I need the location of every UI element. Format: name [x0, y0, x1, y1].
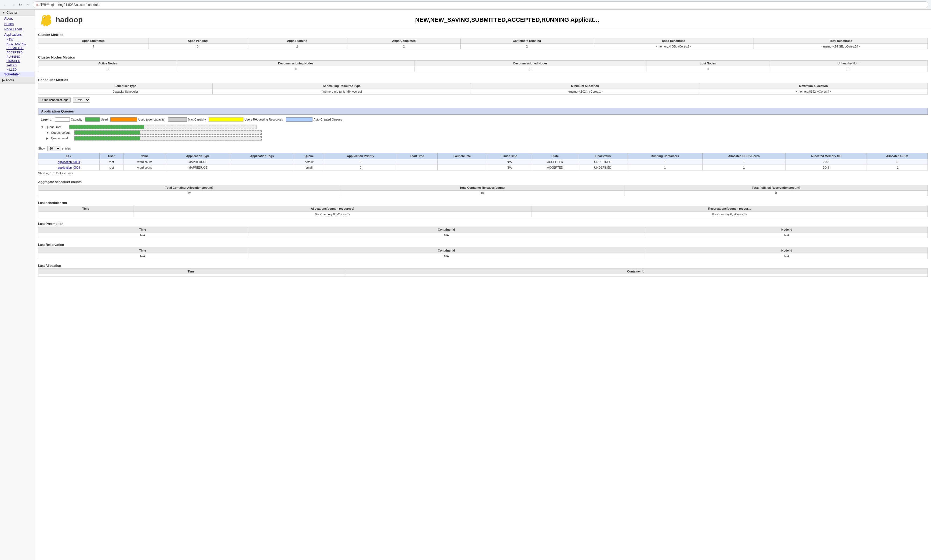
security-label: 不安全: [40, 2, 50, 7]
app-running-containers-1: 1: [627, 165, 703, 171]
tools-header[interactable]: ▶ Tools: [0, 77, 35, 83]
last-preemption-title: Last Preemption: [38, 222, 928, 226]
cluster-label: Cluster: [6, 11, 17, 14]
legend-capacity: Capacity: [55, 117, 82, 122]
val-unhealthy-nodes: 0: [769, 66, 928, 72]
val-lr-time: N/A: [38, 254, 247, 259]
val-decommissioned-nodes: 0: [414, 66, 646, 72]
val-used-resources: <memory:4 GB, vCores:2>: [593, 44, 754, 49]
sidebar-subitem-submitted[interactable]: SUBMITTED: [0, 46, 35, 50]
app-start-time-1: [397, 165, 438, 171]
col-lr-node: Node Id: [646, 248, 928, 254]
capacity-label: Capacity: [71, 118, 82, 121]
app-state-0: ACCEPTED: [532, 159, 578, 165]
reload-button[interactable]: ↻: [18, 2, 23, 8]
users-requesting-box: [209, 117, 243, 122]
sidebar-subitem-failed[interactable]: FAILED: [0, 63, 35, 68]
applications-table: ID User Name Application Type Applicatio…: [38, 153, 928, 171]
val-lr-node: N/A: [646, 254, 928, 259]
svg-rect-5: [43, 24, 45, 26]
hadoop-logo: hadoop: [39, 12, 83, 27]
cluster-header[interactable]: ▼ Cluster: [0, 10, 35, 16]
val-lost-nodes: 0: [646, 66, 769, 72]
sidebar-item-node-labels[interactable]: Node Labels: [0, 26, 35, 32]
last-reservation-title: Last Reservation: [38, 243, 928, 247]
legend-used-over: Used (over capacity): [110, 117, 165, 122]
capacity-box: [55, 117, 70, 122]
last-allocation-section: Last Allocation Time Container Id: [35, 261, 931, 279]
queue-toggle-small[interactable]: ▶: [46, 137, 49, 140]
legend-used: Used: [85, 117, 108, 122]
col-lp-time: Time: [38, 227, 247, 232]
sidebar-subitem-killed[interactable]: KILLED: [0, 68, 35, 72]
last-reservation-table: Time Container Id Node Id N/A N/A N/A: [38, 248, 928, 259]
queue-bar-used-small: [74, 136, 140, 140]
app-id-link-0003[interactable]: application_: [58, 166, 74, 169]
val-apps-running: 2: [247, 44, 348, 49]
queue-toggle-root[interactable]: ▼: [41, 125, 44, 129]
auto-created-box: [286, 117, 312, 122]
col-total-allocations: Total Container Allocations(count): [38, 185, 340, 191]
dump-logs-button[interactable]: Dump scheduler logs: [38, 97, 71, 103]
queue-bar-used-root: [69, 125, 144, 129]
sidebar-subitem-accepted[interactable]: ACCEPTED: [0, 50, 35, 54]
used-box: [85, 117, 100, 122]
val-lsr-time: [38, 212, 134, 217]
col-lp-node: Node Id: [646, 227, 928, 232]
used-over-label: Used (over capacity): [138, 118, 165, 121]
sidebar-item-about[interactable]: About: [0, 16, 35, 21]
app-header: hadoop NEW,NEW_SAVING,SUBMITTED,ACCEPTED…: [35, 10, 931, 30]
col-id[interactable]: ID: [38, 153, 100, 159]
max-cap-label: Max Capacity: [188, 118, 206, 121]
sidebar-subitem-finished[interactable]: FINISHED: [0, 59, 35, 63]
col-apps-running: Apps Running: [247, 38, 348, 44]
forward-button[interactable]: →: [10, 2, 15, 8]
hadoop-elephant-icon: [39, 12, 54, 27]
max-cap-box: [168, 117, 187, 122]
app-id-link-suffix-0004[interactable]: 0004: [74, 160, 80, 163]
app-priority-0: 0: [324, 159, 397, 165]
val-scheduling-resource-type: [memory-mb (unit=Mi), vcores]: [212, 89, 471, 94]
entries-select[interactable]: 10 20 50 100: [47, 146, 60, 151]
last-scheduler-run-table: Time Allocations(count – resources) Rese…: [38, 206, 928, 217]
app-start-time-0: [397, 159, 438, 165]
app-tags-1: [230, 165, 294, 171]
sidebar-item-scheduler[interactable]: Scheduler: [0, 72, 35, 77]
val-apps-submitted: 4: [38, 44, 148, 49]
cluster-nodes-section: Cluster Nodes Metrics Active Nodes Decom…: [35, 52, 931, 75]
val-min-allocation: <memory:1024, vCores:1>: [471, 89, 699, 94]
sidebar-subitem-new-saving[interactable]: NEW_SAVING: [0, 42, 35, 46]
table-row: application_0004 root word count MAPREDU…: [38, 159, 928, 165]
app-memory-mb-1: 2048: [785, 165, 867, 171]
app-container: ▼ Cluster About Nodes Node Labels Applic…: [0, 10, 931, 560]
app-priority-1: 0: [324, 165, 397, 171]
app-cpu-vcores-0: 1: [703, 159, 785, 165]
app-id-link-suffix-0003[interactable]: 0003: [74, 166, 80, 169]
val-total-reservations: 0: [625, 191, 928, 196]
main-content: hadoop NEW,NEW_SAVING,SUBMITTED,ACCEPTED…: [35, 10, 931, 560]
home-button[interactable]: ⌂: [25, 2, 31, 8]
sidebar-subitem-running[interactable]: RUNNING: [0, 54, 35, 59]
scheduler-metrics-table: Scheduler Type Scheduling Resource Type …: [38, 83, 928, 94]
table-row: application_0003 root word count MAPREDU…: [38, 165, 928, 171]
last-allocation-table: Time Container Id: [38, 268, 928, 277]
col-unhealthy-nodes: Unhealthy No…: [769, 61, 928, 66]
cluster-nodes-title: Cluster Nodes Metrics: [38, 54, 928, 60]
aggregate-section: Aggregate scheduler counts Total Contain…: [35, 177, 931, 198]
log-interval-select[interactable]: 1 min 5 min 10 min: [73, 97, 90, 103]
sidebar-subitem-new[interactable]: NEW: [0, 37, 35, 42]
col-la-time: Time: [38, 269, 344, 274]
col-user: User: [100, 153, 123, 159]
url-bar[interactable]: ⚠ 不安全 qianfeng01:8088/cluster/scheduler: [33, 2, 928, 8]
queue-toggle-default[interactable]: ▼: [46, 131, 49, 134]
col-total-resources: Total Resources: [754, 38, 928, 44]
col-max-allocation: Maximum Allocation: [699, 83, 928, 89]
svg-rect-6: [46, 24, 48, 26]
cluster-nodes-table: Active Nodes Decommissioning Nodes Decom…: [38, 60, 928, 72]
back-button[interactable]: ←: [3, 2, 8, 8]
app-id-link-0004[interactable]: application_: [58, 160, 74, 163]
app-finish-time-0: N/A: [487, 159, 532, 165]
sidebar-item-applications[interactable]: Applications: [0, 32, 35, 37]
svg-point-4: [44, 17, 45, 18]
sidebar-item-nodes[interactable]: Nodes: [0, 21, 35, 26]
